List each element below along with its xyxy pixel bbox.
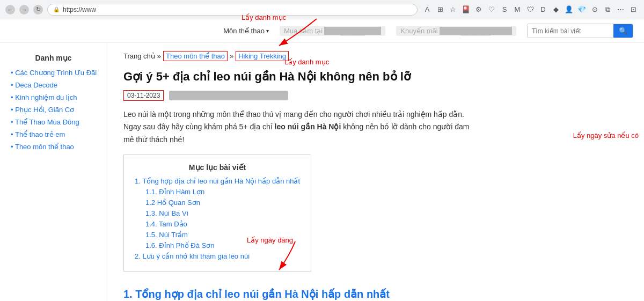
search-bar[interactable]: 🔍 <box>527 24 633 38</box>
star-icon[interactable]: ☆ <box>448 4 458 15</box>
back-button[interactable]: ← <box>5 5 15 14</box>
user-icon[interactable]: 👤 <box>564 4 574 15</box>
ext-icon7[interactable]: ◆ <box>551 4 561 15</box>
toc-title: Mục lục bài viết <box>135 163 300 172</box>
ext-icon3[interactable]: ♡ <box>486 4 497 15</box>
article-title: Gợi ý 5+ địa chỉ leo núi gần Hà Nội khôn… <box>123 69 628 85</box>
toc-item-2[interactable]: 1.2 Hồ Quan Sơn <box>135 199 300 207</box>
sidebar-item-deca[interactable]: Deca Decode <box>8 81 99 89</box>
shield-icon[interactable]: 🛡 <box>525 4 536 15</box>
search-button[interactable]: 🔍 <box>613 24 633 38</box>
ext-icon5[interactable]: M <box>512 4 523 15</box>
article-intro: Leo núi là một trong những môn thể thao … <box>123 108 628 146</box>
toc-item-3[interactable]: 1.3. Núi Ba Vì <box>135 209 300 217</box>
browser-actions: A ⊞ ☆ 🎴 ⚙ ♡ S M 🛡 D ◆ 👤 💎 ⊙ ⧉ ⋯ ⊡ <box>422 4 639 15</box>
forward-button[interactable]: → <box>19 5 29 14</box>
intro-line1: Leo núi là một trong những môn thể thao … <box>123 108 628 121</box>
toc-box: Mục lục bài viết 1. Tổng hợp địa chỉ leo… <box>123 155 311 271</box>
main-layout: Danh mục Các Chương Trình Ưu Đãi Deca De… <box>0 43 644 301</box>
ext-icon8[interactable]: 💎 <box>576 4 587 15</box>
sidebar-item-uu-dai[interactable]: Các Chương Trình Ưu Đãi <box>8 69 99 77</box>
ext-icon4[interactable]: S <box>499 4 510 15</box>
breadcrumb-cat[interactable]: Theo môn thể thao <box>163 51 228 61</box>
nav-khuyen-mai[interactable]: Khuyến mãi ██████ <box>396 26 516 36</box>
toc-item-1[interactable]: 1.1. Đỉnh Hàm Lợn <box>135 188 300 196</box>
site-header: Môn thể thao ▾ Mua sắm tại █████ Khuyến … <box>0 19 644 43</box>
sidebar-item-phuc-hoi[interactable]: Phục Hồi, Giãn Cơ <box>8 106 99 114</box>
sidebar-item-mua-dong[interactable]: Thể Thao Mùa Đông <box>8 118 99 126</box>
grid-icon[interactable]: ⊞ <box>435 4 445 15</box>
lock-icon: 🔒 <box>53 6 60 12</box>
toc-item-7[interactable]: 2. Lưu ý cần nhớ khi tham gia leo núi <box>135 252 300 260</box>
section-heading-1: 1. Tổng hợp địa chỉ leo núi gần Hà Nội h… <box>123 288 628 300</box>
annotation-lay-danh-muc: Lấy danh mục <box>241 13 286 21</box>
search-input[interactable] <box>528 25 613 38</box>
toc-item-4[interactable]: 1.4. Tam Đảo <box>135 220 300 228</box>
content-area: Trang chủ » Theo môn thể thao » Hiking T… <box>107 43 644 301</box>
sidebar-title: Danh mục <box>8 54 99 62</box>
more-icon[interactable]: ⋯ <box>615 4 626 15</box>
breadcrumb-current[interactable]: Hiking Trekking <box>236 51 289 61</box>
ext-icon2[interactable]: ⚙ <box>473 4 484 15</box>
reload-button[interactable]: ↻ <box>33 5 43 14</box>
close-icon[interactable]: ⊡ <box>628 4 639 15</box>
sidebar-item-du-lich[interactable]: Kinh nghiệm du lịch <box>8 93 99 101</box>
date-badge: 03-11-2023 <box>123 90 164 101</box>
author-blurred: ████████████ <box>169 91 288 100</box>
url-text: https://www <box>63 6 412 13</box>
annotation-lay-ngay-sua: Lấy ngày sửa nếu có <box>573 131 639 140</box>
intro-bold: leo núi gần Hà Nội <box>275 122 341 131</box>
intro-line2: Ngay sau đây hãy cùng khám phá 5+ địa ch… <box>123 121 628 134</box>
intro-line3: mê thử thách nhé! <box>123 134 628 146</box>
breadcrumb-home[interactable]: Trang chủ <box>123 52 155 60</box>
date-line: 03-11-2023 ████████████ <box>123 90 628 101</box>
url-bar[interactable]: 🔒 https://www <box>47 4 418 16</box>
extensions-icon[interactable]: ⊙ <box>589 4 600 15</box>
ext-icon6[interactable]: D <box>538 4 548 15</box>
new-tab-icon[interactable]: ⧉ <box>602 4 613 15</box>
ext-icon1[interactable]: 🎴 <box>460 4 471 15</box>
sidebar-item-tre-em[interactable]: Thể thao trẻ em <box>8 130 99 138</box>
profile-icon[interactable]: A <box>422 4 433 15</box>
breadcrumb: Trang chủ » Theo môn thể thao » Hiking T… <box>123 51 628 61</box>
nav-mua-sam[interactable]: Mua sắm tại █████ <box>280 26 385 36</box>
nav-mon-the-thao[interactable]: Môn thể thao ▾ <box>223 27 269 35</box>
dropdown-arrow-icon: ▾ <box>266 28 269 34</box>
sidebar-item-theo-mon[interactable]: Theo môn thể thao <box>8 143 99 151</box>
toc-item-0[interactable]: 1. Tổng hợp địa chỉ leo núi gần Hà Nội h… <box>135 177 300 185</box>
sidebar: Danh mục Các Chương Trình Ưu Đãi Deca De… <box>0 43 107 301</box>
annotation-lay-ngay-dang: Lấy ngày đăng <box>247 236 293 244</box>
browser-chrome: ← → ↻ 🔒 https://www A ⊞ ☆ 🎴 ⚙ ♡ S M 🛡 D … <box>0 0 644 19</box>
